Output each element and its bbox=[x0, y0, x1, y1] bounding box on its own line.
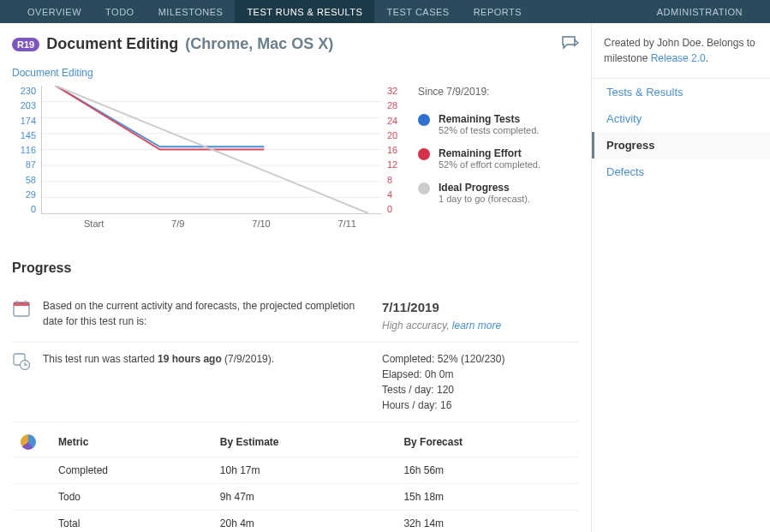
sidebar: Created by John Doe. Belongs to mileston… bbox=[592, 23, 770, 532]
table-row: Todo9h 47m15h 18m bbox=[12, 483, 579, 510]
calendar-icon bbox=[12, 298, 31, 333]
clock-icon bbox=[12, 351, 31, 413]
y-axis-left: 2302031741451168758290 bbox=[12, 86, 36, 214]
nav-milestones[interactable]: MILESTONES bbox=[146, 0, 236, 23]
learn-more-link[interactable]: learn more bbox=[452, 320, 501, 332]
side-tabs: Tests & Results Activity Progress Defect… bbox=[592, 79, 770, 185]
nav-reports[interactable]: REPORTS bbox=[462, 0, 534, 23]
table-row: Completed10h 17m16h 56m bbox=[12, 457, 579, 483]
col-forecast: By Forecast bbox=[395, 427, 579, 457]
nav-test-runs[interactable]: TEST RUNS & RESULTS bbox=[235, 0, 374, 23]
breadcrumb[interactable]: Document Editing bbox=[12, 67, 579, 79]
page-title-suffix: (Chrome, Mac OS X) bbox=[185, 35, 333, 53]
forecast-text: Based on the current activity and foreca… bbox=[43, 298, 370, 333]
forecast-date: 7/11/2019 bbox=[382, 298, 579, 318]
side-meta: Created by John Doe. Belongs to mileston… bbox=[592, 23, 770, 79]
y-axis-right: 322824201612840 bbox=[387, 86, 406, 214]
page-title: Document Editing bbox=[46, 35, 178, 53]
nav-overview[interactable]: OVERVIEW bbox=[15, 0, 93, 23]
nav-administration[interactable]: ADMINISTRATION bbox=[645, 0, 755, 23]
nav-test-cases[interactable]: TEST CASES bbox=[374, 0, 461, 23]
started-text: This test run was started 19 hours ago (… bbox=[43, 351, 370, 413]
dot-icon bbox=[418, 114, 430, 126]
started-row: This test run was started 19 hours ago (… bbox=[12, 343, 579, 422]
run-stats: Completed: 52% (120/230) Elapsed: 0h 0m … bbox=[382, 351, 579, 413]
run-badge: R19 bbox=[12, 38, 39, 51]
side-tab-progress[interactable]: Progress bbox=[592, 132, 770, 158]
milestone-link[interactable]: Release 2.0 bbox=[651, 52, 706, 64]
nav-todo[interactable]: TODO bbox=[93, 0, 146, 23]
legend-ideal-progress: Ideal Progress1 day to go (forecast). bbox=[418, 182, 579, 204]
dot-icon bbox=[418, 182, 430, 194]
accuracy-text: High accuracy, bbox=[382, 320, 452, 332]
col-estimate: By Estimate bbox=[212, 427, 396, 457]
legend-remaining-effort: Remaining Effort52% of effort completed. bbox=[418, 147, 579, 170]
metrics-table: Metric By Estimate By Forecast Completed… bbox=[12, 427, 579, 533]
x-axis: Start 7/9 7/10 7/11 bbox=[41, 218, 382, 229]
forecast-row: Based on the current activity and foreca… bbox=[12, 290, 579, 343]
side-tab-activity[interactable]: Activity bbox=[592, 105, 770, 132]
side-tab-tests-results[interactable]: Tests & Results bbox=[592, 79, 770, 105]
pie-chart-icon bbox=[21, 434, 36, 450]
legend-remaining-tests: Remaining Tests52% of tests completed. bbox=[418, 113, 579, 135]
comment-icon[interactable] bbox=[562, 36, 579, 52]
legend-since: Since 7/9/2019: bbox=[418, 86, 579, 98]
dot-icon bbox=[418, 148, 430, 160]
side-tab-defects[interactable]: Defects bbox=[592, 158, 770, 185]
progress-heading: Progress bbox=[12, 260, 579, 276]
svg-rect-8 bbox=[14, 302, 29, 306]
burndown-chart: 2302031741451168758290 322824201612840 S… bbox=[12, 86, 406, 238]
chart-legend: Since 7/9/2019: Remaining Tests52% of te… bbox=[418, 86, 579, 238]
main-content: R19 Document Editing (Chrome, Mac OS X) … bbox=[0, 23, 592, 532]
table-row: Total20h 4m32h 14m bbox=[12, 510, 579, 532]
top-nav: OVERVIEW TODO MILESTONES TEST RUNS & RES… bbox=[0, 0, 770, 23]
col-metric: Metric bbox=[50, 427, 212, 457]
